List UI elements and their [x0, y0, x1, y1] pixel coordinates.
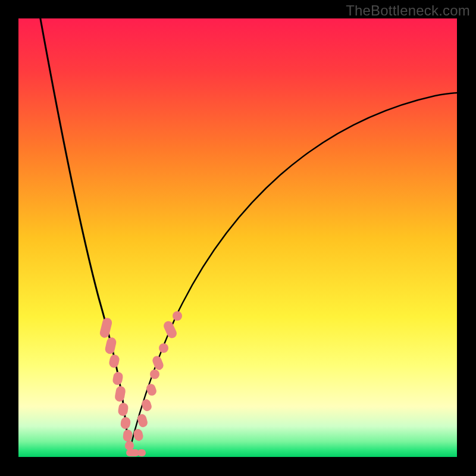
svg-rect-10	[137, 449, 146, 456]
svg-point-19	[173, 311, 182, 321]
watermark-text: TheBottleneck.com	[346, 2, 470, 19]
plot-area	[18, 18, 457, 457]
svg-rect-9	[126, 449, 139, 456]
svg-point-15	[150, 369, 159, 379]
chart-frame: TheBottleneck.com	[0, 0, 476, 476]
svg-point-17	[159, 343, 168, 353]
bottleneck-curve-chart	[18, 18, 457, 457]
